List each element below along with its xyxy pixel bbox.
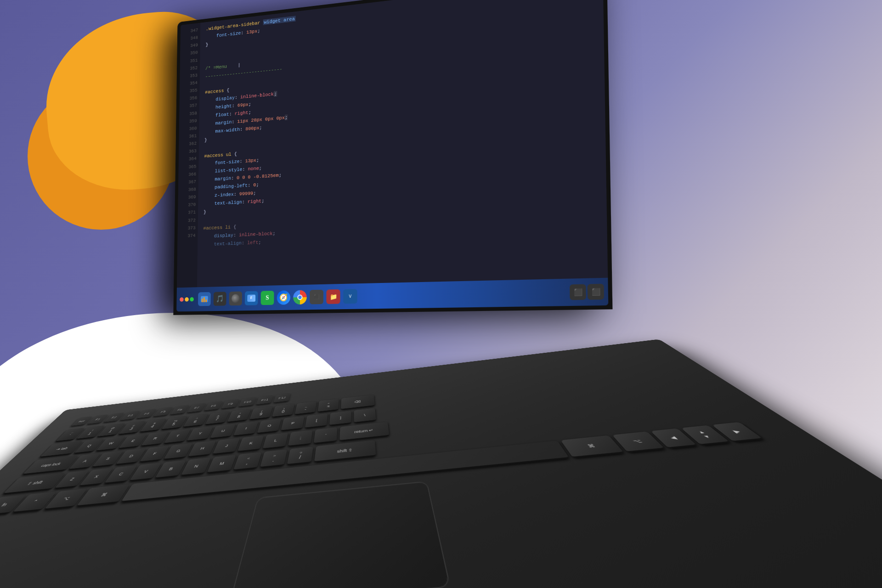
code-content: .widget-area-sidebar widget area font-si… [197,0,608,311]
key-f6[interactable]: F6 [170,405,190,415]
dock-icon-chrome[interactable] [293,290,307,305]
key-period[interactable]: >. [260,449,287,468]
dock-icon-safari[interactable]: 🧭 [277,290,290,305]
key-comma[interactable]: <, [233,452,261,471]
key-f5[interactable]: F5 [153,407,173,417]
dock-icon-filezilla[interactable]: 📁 [326,289,340,304]
key-f8[interactable]: F8 [204,401,223,411]
dock-icon-extra1[interactable]: V [343,289,357,304]
key-y[interactable]: Y [186,426,213,442]
key-i[interactable]: I [233,421,259,437]
key-lcmd[interactable]: ⌘ [76,484,130,507]
trackpad[interactable] [229,481,451,588]
key-0[interactable]: )0 [272,404,295,418]
dock-icon-1[interactable] [198,292,211,306]
code-editor: 347 348 349 350 351 352 353 354 355 356 … [176,0,608,311]
key-u[interactable]: U [209,424,236,439]
key-6[interactable]: ^6 [182,413,208,428]
dock-icon-finder[interactable]: F [245,291,258,305]
key-f10[interactable]: F10 [238,397,256,407]
key-j[interactable]: J [212,438,240,455]
key-rbracket[interactable]: ] [329,411,351,426]
traffic-lights [180,297,194,302]
key-rcmd[interactable]: ⌘ [560,435,624,458]
key-lbracket[interactable]: [ [305,413,328,429]
key-7[interactable]: &7 [204,411,230,425]
key-f4[interactable]: F4 [136,409,157,419]
key-minus[interactable]: _- [294,401,317,415]
key-9[interactable]: (9 [249,406,273,420]
key-backslash[interactable]: \ [354,408,376,423]
scene: 347 348 349 350 351 352 353 354 355 356 … [0,0,882,588]
key-f7[interactable]: F7 [187,403,206,413]
screen-display: 347 348 349 350 351 352 353 354 355 356 … [176,0,608,311]
key-3[interactable]: #3 [118,421,146,435]
key-f11[interactable]: F11 [255,395,273,405]
dock-icon-r1[interactable]: ⬛ [570,284,586,300]
key-return[interactable]: return ↵ [339,422,390,441]
dock-icon-3[interactable] [229,291,242,305]
dock-icon-s[interactable]: S [261,291,274,305]
key-l[interactable]: L [262,433,288,450]
key-o[interactable]: O [257,418,282,434]
key-m[interactable]: M [207,455,237,474]
key-f3[interactable]: F3 [119,411,141,421]
dock-right-icons: ⬛ ⬛ [570,284,604,300]
key-k[interactable]: K [237,435,264,452]
key-slash[interactable]: ?/ [287,447,313,465]
key-8[interactable]: *8 [227,409,251,423]
laptop-screen: 347 348 349 350 351 352 353 354 355 356 … [173,0,612,315]
maximize-button-dot[interactable] [190,297,194,301]
dock-icon-2[interactable]: 🎵 [214,292,226,306]
key-f9[interactable]: F9 [221,399,240,409]
close-button-dot[interactable] [180,297,184,301]
key-quote[interactable]: ' [314,427,338,444]
key-4[interactable]: $4 [139,418,167,433]
key-semicolon[interactable]: ; [288,430,313,447]
key-p[interactable]: P [281,416,305,431]
key-equal[interactable]: += [317,399,339,413]
minimize-button-dot[interactable] [185,297,189,301]
dock-icon-capture[interactable]: ⬛ [310,290,323,305]
key-f12[interactable]: F12 [273,393,291,403]
key-backspace[interactable]: ⌫ [341,395,375,410]
dock-icon-r2[interactable]: ⬛ [588,284,604,300]
key-rshift[interactable]: shift ⇧ [314,440,376,463]
